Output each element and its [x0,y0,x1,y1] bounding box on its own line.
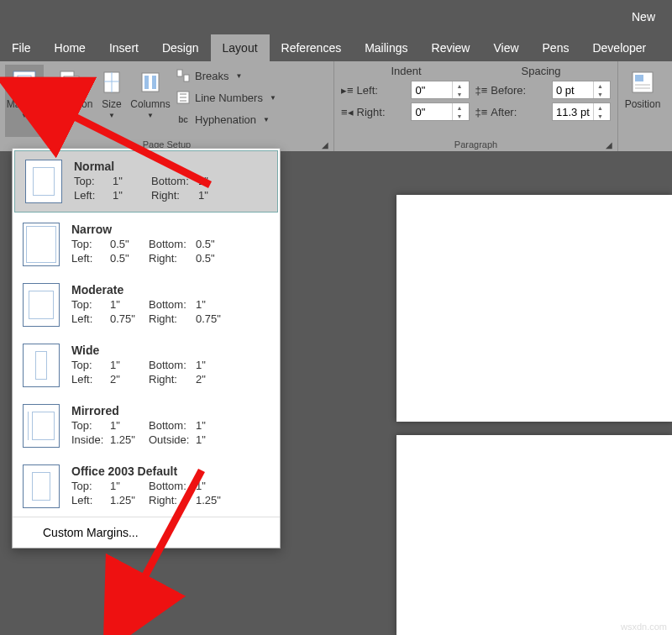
svg-rect-3 [64,76,79,90]
chevron-down-icon: ▼ [108,112,115,119]
indent-right-input[interactable] [412,103,452,120]
spin-up[interactable]: ▲ [594,81,606,90]
spacing-before-icon: ‡≡ [475,84,487,97]
orientation-icon [54,68,82,97]
breaks-icon [176,69,190,82]
margins-option-narrow[interactable]: Narrow Top:0.5"Bottom:0.5" Left:0.5"Righ… [13,214,280,275]
margins-option-default[interactable]: Office 2003 Default Top:1"Bottom:1" Left… [13,456,280,517]
document-page-1[interactable] [396,195,672,422]
spin-up[interactable]: ▲ [453,103,465,112]
tab-references[interactable]: References [270,34,354,61]
spin-down[interactable]: ▼ [594,112,606,120]
group-page-setup: Margins ▼ Orientation ▼ Size ▼ Columns ▼ [0,61,334,151]
title-bar: New [0,0,672,34]
spacing-label: Spacing [522,65,561,77]
indent-right-icon: ≡◂ [341,106,354,118]
spacing-before-input[interactable] [553,81,593,98]
indent-right-spinner[interactable]: ▲▼ [411,102,470,121]
svg-rect-9 [184,75,189,81]
ribbon-tabs: File Home Insert Design Layout Reference… [0,34,672,61]
hyphenation-button[interactable]: bc Hyphenation ▼ [176,110,276,129]
svg-rect-7 [152,76,156,89]
svg-rect-8 [177,70,182,76]
watermark: wsxdn.com [621,622,667,632]
chevron-down-icon: ▼ [270,94,276,102]
spin-down[interactable]: ▼ [594,90,606,98]
line-numbers-button[interactable]: Line Numbers ▼ [176,88,276,107]
group-arrange: Position [618,61,667,151]
tab-view[interactable]: View [481,34,530,61]
chevron-down-icon: ▼ [147,112,154,119]
columns-icon [136,68,165,97]
ribbon: Margins ▼ Orientation ▼ Size ▼ Columns ▼ [0,61,672,151]
margins-option-normal[interactable]: Normal Top:1"Bottom:1" Left:1"Right:1" [14,150,278,213]
tab-developer[interactable]: Developer [580,34,658,61]
spacing-before-spinner[interactable]: ▲▼ [552,81,611,99]
position-button[interactable]: Position [623,65,662,137]
tab-home[interactable]: Home [43,34,97,61]
spacing-after-input[interactable] [553,103,593,120]
spacing-after-label: ‡≡After: [475,106,547,118]
breaks-button[interactable]: Breaks ▼ [176,66,276,85]
thumbnail-moderate-icon [23,283,60,327]
paragraph-dialog-launcher[interactable]: ◢ [604,139,614,150]
group-label-paragraph: Paragraph [334,139,617,150]
spacing-after-icon: ‡≡ [475,106,487,118]
indent-left-spinner[interactable]: ▲▼ [411,81,470,99]
custom-margins-button[interactable]: Custom Margins... [13,517,280,548]
margins-icon [10,68,39,97]
indent-label: Indent [391,65,421,77]
tab-insert[interactable]: Insert [97,34,150,61]
line-numbers-icon [176,91,190,104]
tab-layout[interactable]: Layout [211,34,270,61]
tab-design[interactable]: Design [150,34,211,61]
thumbnail-wide-icon [23,344,60,387]
page-setup-dialog-launcher[interactable]: ◢ [320,139,330,150]
tab-review[interactable]: Review [420,34,482,61]
indent-left-input[interactable] [412,81,452,98]
svg-rect-12 [635,75,643,81]
indent-right-label: ≡◂Right: [341,106,406,118]
chevron-down-icon: ▼ [263,116,270,123]
svg-rect-0 [13,71,35,93]
margins-button[interactable]: Margins ▼ [5,65,44,137]
margins-option-mirrored[interactable]: Mirrored Top:1"Bottom:1" Inside:1.25"Out… [13,396,280,456]
indent-left-icon: ▸≡ [341,84,354,97]
spin-down[interactable]: ▼ [453,112,465,120]
window-title: New [632,10,655,24]
orientation-button[interactable]: Orientation ▼ [44,65,92,137]
spin-up[interactable]: ▲ [594,103,606,112]
margins-option-moderate[interactable]: Moderate Top:1"Bottom:1" Left:0.75"Right… [13,275,280,335]
chevron-down-icon: ▼ [21,112,28,119]
svg-rect-6 [144,76,149,89]
spin-up[interactable]: ▲ [453,81,465,90]
thumbnail-default-icon [23,464,60,508]
chevron-down-icon: ▼ [235,72,242,80]
spacing-after-spinner[interactable]: ▲▼ [552,102,611,121]
margins-dropdown: Normal Top:1"Bottom:1" Left:1"Right:1" N… [12,148,281,548]
thumbnail-narrow-icon [23,223,60,266]
position-icon [628,68,657,97]
spacing-before-label: ‡≡Before: [475,84,547,97]
document-page-2[interactable] [396,435,672,635]
thumbnail-normal-icon [25,160,62,203]
spin-down[interactable]: ▼ [453,90,465,98]
tab-pens[interactable]: Pens [531,34,581,61]
margins-option-wide[interactable]: Wide Top:1"Bottom:1" Left:2"Right:2" [13,335,280,396]
columns-button[interactable]: Columns ▼ [131,65,170,137]
tab-mailings[interactable]: Mailings [353,34,419,61]
chevron-down-icon: ▼ [65,112,71,119]
hyphenation-icon: bc [176,113,190,126]
size-icon [97,68,126,97]
indent-left-label: ▸≡Left: [341,84,406,97]
tab-file[interactable]: File [0,34,43,61]
thumbnail-mirrored-icon [23,404,60,448]
group-paragraph: Indent Spacing ▸≡Left: ▲▼ ‡≡Before: ▲▼ ≡… [334,61,618,151]
size-button[interactable]: Size ▼ [92,65,131,137]
